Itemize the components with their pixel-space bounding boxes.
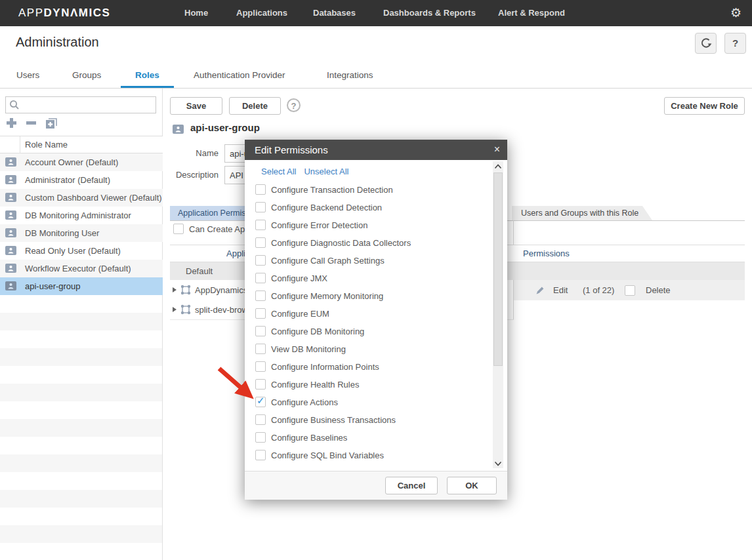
check-icon: ✓: [257, 395, 265, 407]
role-row-read-only-user[interactable]: Read Only User (Default): [0, 242, 163, 260]
create-new-role-button[interactable]: Create New Role: [664, 97, 745, 115]
checkbox[interactable]: ✓: [255, 255, 266, 266]
permission-item[interactable]: ✓Configure EUM: [245, 305, 488, 323]
role-row-db-monitoring-user[interactable]: DB Monitoring User: [0, 224, 163, 242]
nav-item-alert-respond[interactable]: Alert & Respond: [498, 0, 565, 26]
checkbox[interactable]: ✓: [255, 237, 266, 248]
checkbox[interactable]: ✓: [255, 414, 266, 425]
help-circle-icon[interactable]: ?: [287, 98, 301, 112]
checkbox[interactable]: ✓: [255, 184, 266, 195]
permission-item[interactable]: ✓Configure JMX: [245, 270, 488, 287]
permission-item[interactable]: ✓Configure Backend Detection: [245, 199, 488, 216]
permission-item[interactable]: ✓Configure Error Detection: [245, 216, 488, 234]
role-row-api-user-group[interactable]: api-user-group: [0, 277, 163, 295]
tab-roles[interactable]: Roles: [121, 62, 174, 88]
checkbox[interactable]: ✓: [255, 308, 266, 319]
permission-label: Configure Memory Monitoring: [271, 287, 383, 305]
refresh-icon: [700, 37, 712, 49]
role-row-account-owner[interactable]: Account Owner (Default): [0, 153, 163, 171]
edit-pencil-icon[interactable]: [535, 285, 545, 296]
role-name: Custom Dashboard Viewer (Default): [25, 189, 162, 207]
tab-groups[interactable]: Groups: [72, 62, 101, 88]
permission-item[interactable]: ✓Configure Health Rules: [245, 376, 488, 393]
can-create-app-checkbox[interactable]: [173, 224, 184, 234]
role-badge-icon: [5, 228, 16, 237]
modal-title: Edit Permissions: [255, 140, 328, 160]
role-badge-icon: [5, 281, 16, 290]
checkbox[interactable]: ✓: [255, 432, 266, 443]
select-all-link[interactable]: Select All: [261, 167, 296, 176]
tab-authentication-provider[interactable]: Authentication Provider: [194, 62, 285, 88]
edit-permissions-link[interactable]: Edit: [553, 280, 568, 300]
permission-item[interactable]: ✓Configure SQL Bind Variables: [245, 447, 488, 464]
empty-role-rows: [0, 313, 162, 560]
permission-label: Configure Diagnostic Data Collectors: [271, 234, 411, 252]
permission-item[interactable]: ✓View DB Monitoring: [245, 340, 488, 358]
remove-role-icon[interactable]: [25, 117, 37, 129]
role-search-input[interactable]: [5, 96, 156, 113]
permission-label: Configure Backend Detection: [271, 199, 382, 216]
nav-item-applications[interactable]: Applications: [236, 0, 287, 26]
delete-button[interactable]: Delete: [229, 97, 281, 115]
checkbox[interactable]: ✓: [255, 290, 266, 301]
permission-item[interactable]: ✓Configure Information Points: [245, 358, 488, 376]
nav-item-databases[interactable]: Databases: [313, 0, 356, 26]
permission-item[interactable]: ✓Configure Call Graph Settings: [245, 252, 488, 270]
ok-button[interactable]: OK: [447, 477, 497, 494]
permission-label: View DB Monitoring: [271, 340, 346, 358]
gear-icon[interactable]: ⚙: [730, 0, 742, 26]
permission-item[interactable]: ✓Configure Memory Monitoring: [245, 287, 488, 305]
checkbox[interactable]: ✓: [255, 273, 266, 283]
close-icon[interactable]: ×: [494, 140, 500, 159]
permission-item[interactable]: ✓Configure DB Monitoring: [245, 323, 488, 340]
expand-arrow-icon[interactable]: [173, 307, 177, 312]
permission-item[interactable]: ✓Configure Business Transactions: [245, 411, 488, 429]
tab-users[interactable]: Users: [16, 62, 39, 88]
checkbox-configure-actions[interactable]: ✓: [255, 397, 266, 407]
unselect-all-link[interactable]: Unselect All: [304, 167, 348, 176]
permission-item[interactable]: ✓Configure Diagnostic Data Collectors: [245, 234, 488, 252]
scroll-up-icon[interactable]: [493, 161, 503, 171]
permission-item[interactable]: ✓Configure Transaction Detection: [245, 181, 488, 199]
nav-item-home[interactable]: Home: [184, 0, 208, 26]
permission-label: Configure Health Rules: [271, 376, 359, 393]
modal-footer: Cancel OK: [245, 471, 507, 500]
delete-permission-checkbox[interactable]: [625, 285, 635, 296]
checkbox[interactable]: ✓: [255, 326, 266, 336]
role-row-administrator[interactable]: Administrator (Default): [0, 171, 163, 189]
cancel-button[interactable]: Cancel: [385, 477, 438, 494]
modal-header[interactable]: Edit Permissions ×: [245, 140, 507, 160]
checkbox[interactable]: ✓: [255, 202, 266, 212]
role-name-column-header: Role Name: [25, 136, 68, 153]
expand-arrow-icon[interactable]: [173, 287, 177, 292]
copy-role-icon[interactable]: [45, 117, 58, 130]
role-row-db-monitoring-administrator[interactable]: DB Monitoring Administrator: [0, 207, 163, 224]
permissions-count: (1 of 22): [583, 280, 614, 300]
help-button[interactable]: ?: [724, 33, 746, 54]
scrollbar-thumb[interactable]: [493, 172, 503, 366]
add-role-icon[interactable]: [5, 117, 18, 129]
refresh-button[interactable]: [695, 33, 717, 54]
page-title: Administration: [16, 35, 99, 50]
modal-scrollbar[interactable]: [493, 161, 503, 468]
permission-item-configure-actions[interactable]: ✓Configure Actions: [245, 393, 488, 411]
permission-label: Configure Transaction Detection: [271, 181, 393, 199]
logo-text-dynamics: DYNΛMICS: [44, 7, 111, 19]
permission-item[interactable]: ✓Configure Baselines: [245, 429, 488, 447]
role-row-workflow-executor[interactable]: Workflow Executor (Default): [0, 260, 163, 277]
checkbox[interactable]: ✓: [255, 344, 266, 354]
role-row-custom-dashboard-viewer[interactable]: Custom Dashboard Viewer (Default): [0, 189, 163, 207]
tab-users-groups-with-role[interactable]: Users and Groups with this Role: [512, 206, 652, 220]
role-name: Workflow Executor (Default): [25, 260, 131, 277]
application-name: split-dev-brow: [195, 300, 248, 319]
save-button[interactable]: Save: [170, 97, 222, 115]
tab-integrations[interactable]: Integrations: [327, 62, 373, 88]
nav-item-dashboards-reports[interactable]: Dashboards & Reports: [383, 0, 476, 26]
checkbox[interactable]: ✓: [255, 361, 266, 372]
role-name: Administrator (Default): [25, 171, 110, 189]
checkbox[interactable]: ✓: [255, 220, 266, 230]
checkbox[interactable]: ✓: [255, 379, 266, 390]
scroll-down-icon[interactable]: [493, 458, 503, 468]
permission-label: Configure SQL Bind Variables: [271, 447, 384, 464]
checkbox[interactable]: ✓: [255, 450, 266, 460]
